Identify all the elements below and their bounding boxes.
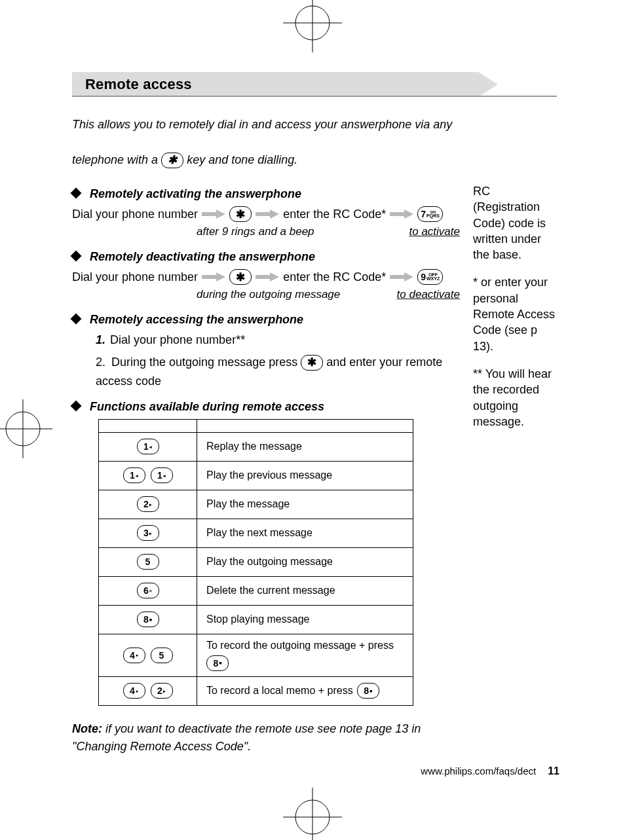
table-row: 2▸Play the message bbox=[99, 490, 413, 519]
table-key-cell: 6× bbox=[99, 576, 197, 605]
note-text: if you want to deactivate the remote use… bbox=[72, 722, 421, 753]
phone-key-icon: 2▸ bbox=[151, 683, 173, 699]
bullet-diamond-icon bbox=[71, 400, 82, 411]
section-access-title: Remotely accessing the answerphone bbox=[72, 313, 463, 327]
star-key-icon: ✱ bbox=[229, 206, 252, 222]
arrow-icon bbox=[256, 210, 279, 219]
intro-line-2a: telephone with a bbox=[72, 153, 161, 166]
activate-sub-right: to activate bbox=[409, 225, 463, 238]
table-desc-cell: Play the previous message bbox=[197, 461, 413, 490]
page-footer: www.philips.com/faqs/dect 11 bbox=[421, 765, 559, 777]
seven-key-icon: 7 onPQRS bbox=[417, 206, 443, 222]
activate-subline: after 9 rings and a beep to activate bbox=[72, 225, 463, 238]
intro-line-2b: key and tone dialling. bbox=[187, 153, 297, 166]
phone-key-icon: 3▸ bbox=[137, 525, 159, 541]
deactivate-sub-right: to deactivate bbox=[397, 288, 463, 301]
phone-key-icon: 2▸ bbox=[137, 496, 159, 512]
table-desc-cell: To record the outgoing message + press 8… bbox=[197, 634, 413, 676]
table-row: 3▸Play the next message bbox=[99, 519, 413, 547]
nine-key-icon: 9 OFFWXYZ bbox=[417, 269, 443, 285]
crop-mark-bottom bbox=[283, 788, 342, 840]
table-key-cell: 4●2▸ bbox=[99, 676, 197, 705]
deactivate-step-a: Dial your phone number bbox=[72, 268, 198, 287]
section-functions-title: Functions available during remote access bbox=[72, 400, 463, 414]
page-title: Remote access bbox=[72, 72, 557, 93]
svg-marker-16 bbox=[256, 272, 279, 282]
table-row: 8■Stop playing message bbox=[99, 605, 413, 634]
star-key-icon: ✱ bbox=[161, 153, 183, 168]
sidebar-doublestar-note: ** You will hear the recorded outgoing m… bbox=[473, 366, 557, 429]
phone-key-icon: 5 bbox=[151, 648, 173, 663]
crop-mark-top bbox=[283, 0, 342, 52]
svg-marker-15 bbox=[202, 272, 225, 282]
table-desc-cell: Play the message bbox=[197, 490, 413, 519]
phone-key-icon: 8■ bbox=[137, 612, 159, 627]
table-row: 4●2▸To record a local memo + press 8■ bbox=[99, 676, 413, 705]
activate-sub-left: after 9 rings and a beep bbox=[197, 225, 314, 238]
page-content: Remote access This allows you to remotel… bbox=[72, 72, 557, 756]
deactivate-subline: during the outgoing message to deactivat… bbox=[72, 288, 463, 301]
table-key-cell: 3▸ bbox=[99, 519, 197, 547]
star-key-icon: ✱ bbox=[229, 269, 252, 285]
section-activate-title: Remotely activating the answerphone bbox=[72, 187, 463, 201]
arrow-icon bbox=[202, 210, 225, 219]
star-key-icon: ✱ bbox=[301, 355, 323, 371]
table-desc-cell: Play the next message bbox=[197, 519, 413, 547]
bullet-diamond-icon bbox=[71, 250, 82, 261]
deactivate-step-b: enter the RC Code* bbox=[283, 268, 386, 287]
activate-step-a: Dial your phone number bbox=[72, 205, 198, 224]
sidebar-column: RC (Registration Code) code is written u… bbox=[473, 183, 557, 756]
svg-marker-13 bbox=[256, 210, 279, 219]
bullet-diamond-icon bbox=[71, 313, 82, 324]
functions-table: 1◂Replay the message1◂1◂Play the previou… bbox=[98, 419, 413, 706]
table-desc-cell: Play the outgoing message bbox=[197, 547, 413, 576]
svg-marker-14 bbox=[390, 210, 413, 219]
table-row: 4●5To record the outgoing message + pres… bbox=[99, 634, 413, 676]
table-row: 1◂Replay the message bbox=[99, 432, 413, 461]
phone-key-icon: 1◂ bbox=[151, 467, 173, 483]
deactivate-flow: Dial your phone number ✱ enter the RC Co… bbox=[72, 268, 463, 287]
arrow-icon bbox=[390, 210, 413, 219]
arrow-icon bbox=[256, 272, 279, 282]
bullet-diamond-icon bbox=[71, 188, 82, 199]
phone-key-icon: 5 bbox=[137, 554, 159, 570]
table-desc-cell: Delete the current message bbox=[197, 576, 413, 605]
crop-mark-left bbox=[0, 399, 52, 458]
footnote: Note: if you want to deactivate the remo… bbox=[72, 720, 463, 756]
intro-line-2: telephone with a ✱ key and tone dialling… bbox=[72, 148, 557, 172]
table-row: 1◂1◂Play the previous message bbox=[99, 461, 413, 490]
phone-key-icon: 6× bbox=[137, 583, 159, 598]
intro-line-1: This allows you to remotely dial in and … bbox=[72, 113, 557, 136]
phone-key-icon: 1◂ bbox=[123, 467, 145, 483]
svg-marker-17 bbox=[390, 272, 413, 282]
table-row: 5Play the outgoing message bbox=[99, 547, 413, 576]
phone-key-icon: 4● bbox=[123, 683, 145, 699]
table-key-cell: 5 bbox=[99, 547, 197, 576]
deactivate-sub-left: during the outgoing message bbox=[197, 288, 340, 301]
table-key-cell: 4●5 bbox=[99, 634, 197, 676]
section-heading-bar: Remote access bbox=[72, 72, 557, 97]
sidebar-rc-note: RC (Registration Code) code is written u… bbox=[473, 183, 557, 263]
main-column: Remotely activating the answerphone Dial… bbox=[72, 183, 463, 756]
phone-key-icon: 8■ bbox=[357, 683, 379, 699]
table-key-cell: 8■ bbox=[99, 605, 197, 634]
footer-url: www.philips.com/faqs/dect bbox=[421, 765, 536, 776]
table-key-cell: 1◂1◂ bbox=[99, 461, 197, 490]
activate-step-b: enter the RC Code* bbox=[283, 205, 386, 224]
access-step-1: 1. Dial your phone number** bbox=[89, 331, 463, 350]
table-key-cell: 2▸ bbox=[99, 490, 197, 519]
activate-flow: Dial your phone number ✱ enter the RC Co… bbox=[72, 205, 463, 224]
table-desc-cell: Stop playing message bbox=[197, 605, 413, 634]
phone-key-icon: 8■ bbox=[206, 655, 229, 671]
svg-marker-12 bbox=[202, 210, 225, 219]
table-desc-cell: To record a local memo + press 8■ bbox=[197, 676, 413, 705]
page-number: 11 bbox=[548, 765, 559, 777]
arrow-icon bbox=[202, 272, 225, 282]
note-label: Note: bbox=[72, 722, 102, 735]
phone-key-icon: 1◂ bbox=[137, 439, 159, 454]
sidebar-star-note: * or enter your personal Remote Access C… bbox=[473, 274, 557, 354]
section-deactivate-title: Remotely deactivating the answerphone bbox=[72, 250, 463, 264]
table-row: 6×Delete the current message bbox=[99, 576, 413, 605]
access-step-2: 2. During the outgoing message press ✱ a… bbox=[89, 353, 463, 391]
table-desc-cell: Replay the message bbox=[197, 432, 413, 461]
